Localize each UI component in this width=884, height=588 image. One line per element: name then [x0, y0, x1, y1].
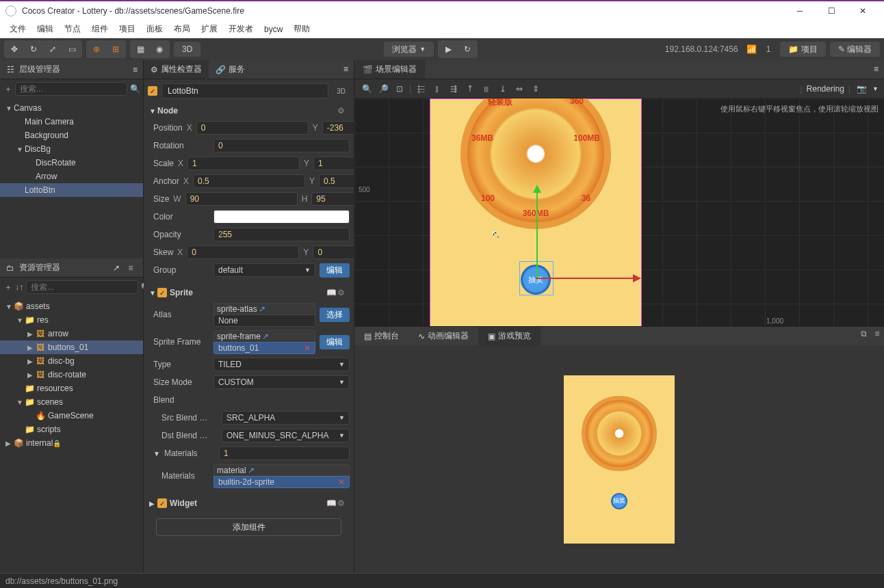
align-center-icon[interactable]: ⫿: [430, 82, 444, 96]
menu-扩展[interactable]: 扩展: [196, 23, 223, 35]
asset-item-GameScene[interactable]: 🔥GameScene: [0, 409, 143, 423]
menu-布局[interactable]: 布局: [168, 23, 196, 35]
asset-item-disc-rotate[interactable]: ▶🖼disc-rotate: [0, 368, 143, 382]
section-sprite-header[interactable]: ▼ ✓ Sprite 📖 ⚙: [148, 284, 350, 301]
hierarchy-item-Main Camera[interactable]: Main Camera: [0, 115, 143, 129]
asset-item-disc-bg[interactable]: ▶🖼disc-bg: [0, 354, 143, 368]
atlas-select-button[interactable]: 选择: [320, 308, 350, 322]
play-button[interactable]: ▶: [439, 42, 457, 57]
asset-item-assets[interactable]: ▼📦assets: [0, 299, 143, 313]
menu-帮助[interactable]: 帮助: [288, 23, 315, 35]
expand-icon[interactable]: ▶: [27, 358, 36, 365]
scene-viewport[interactable]: 使用鼠标右键平移视窗焦点，使用滚轮缩放视图 500 0 0 500 1,000 …: [354, 98, 884, 326]
minimize-button[interactable]: ─: [784, 1, 816, 21]
size-w-input[interactable]: [185, 192, 298, 206]
pivot-toggle-icon[interactable]: ⊞: [107, 42, 125, 57]
reload-button[interactable]: ↻: [458, 42, 476, 57]
asset-item-arrow[interactable]: ▶🖼arrow: [0, 327, 143, 340]
materials-count-input[interactable]: [219, 446, 350, 460]
size-h-input[interactable]: [311, 192, 354, 206]
close-icon[interactable]: ✕: [338, 477, 345, 487]
distribute-tool-icon[interactable]: ◉: [151, 42, 168, 57]
skew-x-input[interactable]: [187, 245, 299, 259]
gear-icon[interactable]: ⚙: [337, 288, 348, 297]
hierarchy-item-Background[interactable]: Background: [0, 129, 143, 142]
skew-y-input[interactable]: [313, 245, 354, 259]
expand-icon[interactable]: ▼: [5, 105, 14, 112]
tab-console[interactable]: ▤控制台: [354, 327, 408, 345]
anchor-toggle-icon[interactable]: ⊕: [88, 42, 105, 57]
close-button[interactable]: ✕: [847, 1, 879, 21]
hierarchy-item-LottoBtn[interactable]: LottoBtn: [0, 183, 143, 197]
gizmo-y-axis[interactable]: [536, 187, 538, 280]
node-enabled-checkbox[interactable]: ✓: [148, 86, 157, 96]
chevron-down-icon[interactable]: ▼: [872, 85, 879, 92]
dist-h-icon[interactable]: ⇔: [512, 82, 526, 96]
tab-game-preview[interactable]: ▣游戏预览: [478, 327, 541, 345]
material-value[interactable]: builtin-2d-sprite✕: [213, 476, 350, 488]
expand-icon[interactable]: ▶: [27, 330, 36, 338]
add-asset-button[interactable]: ＋: [4, 280, 12, 294]
menu-面板[interactable]: 面板: [141, 23, 168, 35]
rotate-tool-icon[interactable]: ↻: [25, 42, 42, 57]
spriteframe-edit-button[interactable]: 编辑: [320, 335, 350, 349]
rect-tool-icon[interactable]: ▭: [63, 42, 81, 57]
menu-编辑[interactable]: 编辑: [31, 23, 59, 35]
gear-icon[interactable]: ⚙: [337, 106, 348, 116]
panel-menu-icon[interactable]: ≡: [133, 65, 138, 75]
anchor-x-input[interactable]: [193, 174, 305, 188]
menu-项目[interactable]: 项目: [114, 23, 141, 35]
expand-icon[interactable]: ▼: [5, 303, 14, 310]
preview-lotto-button[interactable]: 抽奖: [611, 493, 627, 509]
asset-item-buttons_01[interactable]: ▶🖼buttons_01: [0, 340, 143, 354]
scale-x-input[interactable]: [187, 157, 300, 170]
zoom-out-icon[interactable]: 🔍: [360, 82, 374, 96]
3d-toggle-button[interactable]: 3D: [174, 42, 200, 57]
panel-menu-icon[interactable]: ≡: [870, 327, 884, 340]
editor-button[interactable]: ✎ 编辑器: [830, 42, 880, 57]
dist-v-icon[interactable]: ⇕: [529, 82, 543, 96]
popout-icon[interactable]: ⧉: [857, 327, 870, 340]
hierarchy-item-DiscBg[interactable]: ▼DiscBg: [0, 142, 143, 156]
widget-enabled-checkbox[interactable]: ✓: [157, 498, 167, 508]
color-swatch[interactable]: [213, 210, 350, 224]
expand-icon[interactable]: ▼: [16, 146, 25, 153]
panel-menu-icon[interactable]: ≡: [338, 60, 354, 79]
asset-item-scenes[interactable]: ▼📁scenes: [0, 395, 143, 409]
section-node-header[interactable]: ▼ Node ⚙: [148, 103, 350, 119]
hierarchy-item-Arrow[interactable]: Arrow: [0, 170, 143, 183]
align-tool-icon[interactable]: ▦: [131, 42, 149, 57]
menu-文件[interactable]: 文件: [4, 23, 31, 35]
add-component-button[interactable]: 添加组件: [156, 518, 341, 536]
menu-组件[interactable]: 组件: [86, 23, 114, 35]
hierarchy-item-Canvas[interactable]: ▼Canvas: [0, 101, 143, 115]
expand-icon[interactable]: ▶: [27, 344, 36, 351]
expand-icon[interactable]: ▶: [27, 371, 36, 379]
dstblend-select[interactable]: ONE_MINUS_SRC_ALPHA▼: [222, 429, 350, 442]
move-tool-icon[interactable]: ✥: [5, 42, 23, 57]
asset-item-resources[interactable]: 📁resources: [0, 382, 143, 395]
panel-menu-icon[interactable]: ≡: [868, 60, 884, 79]
tab-timeline[interactable]: ∿动画编辑器: [408, 327, 478, 345]
tab-inspector[interactable]: ⚙ 属性检查器: [144, 60, 209, 79]
gizmo-x-axis[interactable]: [536, 278, 638, 279]
align-bottom-icon[interactable]: ⤓: [496, 82, 510, 96]
align-left-icon[interactable]: ⬱: [414, 82, 428, 96]
node-name-input[interactable]: [161, 83, 328, 98]
hierarchy-search-input[interactable]: [15, 82, 127, 96]
expand-icon[interactable]: ▼: [16, 399, 25, 406]
panel-menu-icon[interactable]: ≡: [124, 261, 138, 275]
hierarchy-item-DiscRotate[interactable]: DiscRotate: [0, 156, 143, 170]
type-select[interactable]: TILED▼: [213, 358, 350, 371]
position-y-input[interactable]: [322, 121, 354, 135]
expand-icon[interactable]: ▼: [16, 317, 25, 324]
align-middle-icon[interactable]: ⫼: [480, 82, 493, 96]
zoom-in-icon[interactable]: 🔎: [376, 82, 390, 96]
camera-icon[interactable]: 📷: [855, 82, 868, 96]
add-node-button[interactable]: ＋: [4, 82, 12, 96]
gear-icon[interactable]: ⚙: [337, 498, 348, 508]
close-icon[interactable]: ✕: [304, 343, 311, 353]
scale-tool-icon[interactable]: ⤢: [44, 42, 62, 57]
sizemode-select[interactable]: CUSTOM▼: [213, 375, 350, 389]
position-x-input[interactable]: [196, 121, 309, 135]
